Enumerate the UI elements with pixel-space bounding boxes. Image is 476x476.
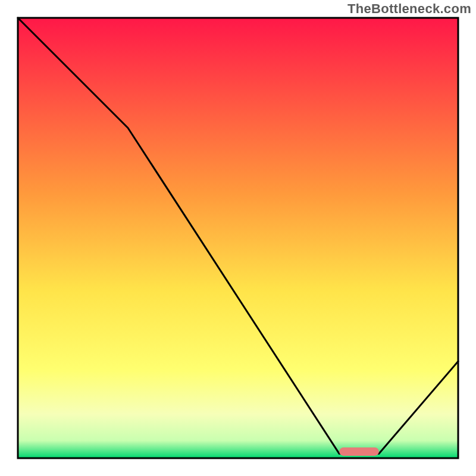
chart-svg xyxy=(0,0,476,476)
chart-frame: TheBottleneck.com xyxy=(0,0,476,476)
optimal-zone-marker xyxy=(339,447,379,456)
